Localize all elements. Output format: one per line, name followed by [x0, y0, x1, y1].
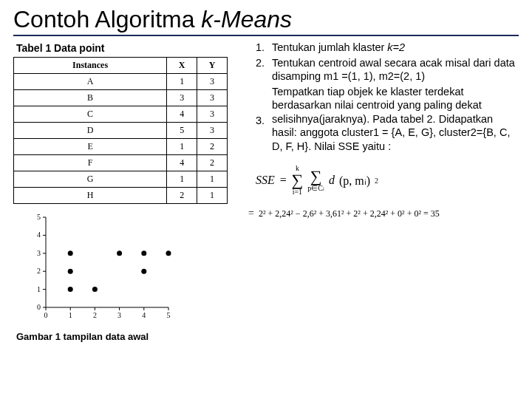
svg-point-32 [68, 287, 73, 292]
title-text: Contoh Algoritma [13, 6, 201, 33]
sse-calculation: = 2² + 2,24² − 2,6² + 3,61² + 2² + 2,24²… [248, 208, 519, 219]
cell: 1 [167, 171, 197, 188]
formula-d: d [329, 174, 335, 187]
table-row: B33 [14, 90, 228, 106]
cell: D [14, 123, 167, 139]
data-table: Instances X Y A13 B33 C43 D53 E12 F42 G1… [13, 57, 228, 204]
table-row: G11 [14, 171, 228, 188]
cell: 1 [197, 171, 228, 188]
cell: 4 [167, 155, 197, 171]
cell: 2 [197, 139, 228, 155]
figure-caption: Gambar 1 tampilan data awal [16, 331, 235, 342]
step-numbers: 1. 2. 3. [248, 41, 265, 154]
sse-formula: SSE = k ∑ i=1 ∑ p∈Cᵢ d (p, mᵢ) 2 [256, 165, 519, 196]
th-y: Y [197, 58, 228, 74]
svg-text:0: 0 [44, 311, 48, 319]
svg-text:3: 3 [37, 249, 41, 257]
table-row: A13 [14, 74, 228, 90]
svg-point-28 [141, 250, 146, 256]
calc-eq: = [248, 208, 254, 219]
formula-lhs: SSE [256, 174, 275, 187]
title-bar: Contoh Algoritma k-Means [13, 6, 519, 36]
sigma-2-icon: ∑ p∈Cᵢ [307, 168, 324, 192]
svg-text:5: 5 [37, 213, 41, 221]
cell: B [14, 90, 167, 106]
cell: 1 [197, 188, 228, 204]
svg-text:4: 4 [142, 311, 146, 319]
cell: 5 [167, 123, 197, 139]
table-row: D53 [14, 123, 228, 139]
svg-text:1: 1 [69, 311, 72, 319]
cell: 1 [167, 139, 197, 155]
step-text-1: Tentukan jumlah klaster k=2 [272, 41, 519, 55]
svg-text:2: 2 [37, 267, 41, 275]
step-num-1: 1. [248, 41, 265, 55]
table-row: C43 [14, 106, 228, 123]
step-num-3: 3. [248, 114, 265, 128]
page-title: Contoh Algoritma k-Means [13, 6, 519, 33]
th-instances: Instances [14, 58, 167, 74]
table-row: H21 [14, 188, 228, 204]
step-texts: Tentukan jumlah klaster k=2 Tentukan cen… [272, 41, 519, 154]
cell: H [14, 188, 167, 204]
cell: E [14, 139, 167, 155]
formula-eq: = [279, 174, 287, 187]
sigma-1-icon: k ∑ i=1 [292, 165, 304, 196]
cell: A [14, 74, 167, 90]
svg-point-27 [117, 250, 122, 256]
table-row: E12 [14, 139, 228, 155]
slide: Contoh Algoritma k-Means Tabel 1 Data po… [0, 0, 532, 399]
cell: 3 [197, 90, 228, 106]
svg-text:2: 2 [93, 311, 97, 319]
cell: 3 [197, 106, 228, 123]
formula-sq: 2 [375, 177, 378, 185]
svg-point-29 [166, 250, 171, 256]
scatter-chart: 012345012345 [27, 211, 174, 322]
cell: 3 [197, 74, 228, 90]
table-row: F42 [14, 155, 228, 171]
cell: 2 [197, 155, 228, 171]
formula-args: (p, mᵢ) [339, 174, 370, 188]
step1-a: Tentukan jumlah klaster [272, 41, 387, 53]
svg-point-31 [141, 269, 146, 274]
step1-b: k=2 [387, 41, 405, 53]
cell: 3 [167, 90, 197, 106]
svg-text:5: 5 [167, 311, 171, 319]
table-header-row: Instances X Y [14, 58, 228, 74]
cell: F [14, 155, 167, 171]
title-italic: k-Means [201, 6, 292, 33]
svg-text:3: 3 [117, 311, 121, 319]
sum2-bot: p∈Cᵢ [307, 185, 324, 192]
step-text-2: Tentukan centroid awal secara acak misal… [272, 56, 519, 83]
cell: C [14, 106, 167, 123]
svg-point-30 [68, 269, 73, 274]
step-text-3: Tempatkan tiap objek ke klaster terdekat… [272, 85, 519, 154]
svg-text:0: 0 [37, 303, 41, 311]
svg-point-33 [92, 287, 98, 292]
cell: 3 [197, 123, 228, 139]
calc-expr: 2² + 2,24² − 2,6² + 3,61² + 2² + 2,24² +… [259, 208, 440, 219]
cell: 2 [167, 188, 197, 204]
svg-point-26 [68, 250, 73, 256]
cell: G [14, 171, 167, 188]
step-num-2: 2. [248, 56, 265, 70]
right-column: 1. 2. 3. Tentukan jumlah klaster k=2 Ten… [248, 41, 519, 342]
table-caption: Tabel 1 Data point [16, 42, 235, 54]
cell: 1 [167, 74, 197, 90]
left-column: Tabel 1 Data point Instances X Y A13 B33… [13, 41, 235, 342]
cell: 4 [167, 106, 197, 123]
svg-text:1: 1 [37, 285, 41, 293]
body: Tabel 1 Data point Instances X Y A13 B33… [13, 41, 519, 342]
steps-list: 1. 2. 3. Tentukan jumlah klaster k=2 Ten… [248, 41, 519, 154]
th-x: X [167, 58, 197, 74]
sum1-bot: i=1 [293, 188, 302, 196]
svg-text:4: 4 [37, 231, 41, 239]
